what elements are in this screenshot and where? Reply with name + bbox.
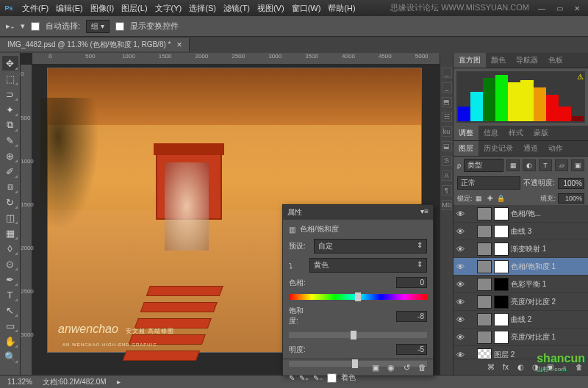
layer-thumb[interactable] bbox=[494, 313, 509, 326]
clip-icon[interactable]: ▣ bbox=[369, 362, 382, 373]
channel-dropdown[interactable]: 黄色⇕ bbox=[309, 258, 427, 273]
layer-thumb[interactable] bbox=[477, 313, 492, 326]
filter-adj-icon[interactable]: ◐ bbox=[523, 159, 536, 171]
layer-row[interactable]: 👁渐变映射 1 bbox=[453, 240, 588, 258]
menu-text[interactable]: 文字(Y) bbox=[152, 1, 185, 15]
link-layers-icon[interactable]: ⌘ bbox=[485, 362, 497, 373]
tab-swatches[interactable]: 色板 bbox=[543, 53, 568, 68]
adjustment-icon[interactable]: ◑ bbox=[529, 362, 541, 373]
opacity-input[interactable]: 100% bbox=[558, 178, 584, 189]
eye-icon[interactable]: 👁 bbox=[455, 262, 465, 271]
layer-thumb[interactable] bbox=[494, 331, 509, 344]
menu-file[interactable]: 文件(F) bbox=[19, 1, 51, 15]
gradient-tool[interactable]: ▦ bbox=[2, 226, 18, 240]
tab-channels[interactable]: 通道 bbox=[518, 141, 543, 156]
tab-history[interactable]: 历史记录 bbox=[478, 141, 518, 156]
sat-value[interactable]: -8 bbox=[396, 311, 427, 322]
lasso-tool[interactable]: ⊃ bbox=[2, 87, 18, 101]
path-tool[interactable]: ↖ bbox=[2, 303, 18, 317]
crop-tool[interactable]: ⧉ bbox=[2, 118, 18, 132]
layer-thumb[interactable] bbox=[477, 295, 492, 309]
wand-tool[interactable]: ✦ bbox=[2, 102, 18, 117]
lock-pixels-icon[interactable]: ▦ bbox=[475, 194, 484, 203]
layer-list[interactable]: 👁色相/饱...👁曲线 3👁渐变映射 1👁色相/饱和度 1👁色彩平衡 1👁亮度/… bbox=[453, 205, 588, 359]
layer-thumb[interactable] bbox=[494, 207, 509, 220]
lock-all-icon[interactable]: 🔒 bbox=[497, 194, 506, 203]
mid-icon-6[interactable]: ℬ bbox=[442, 156, 452, 166]
ruler-horizontal[interactable]: 0 500 1000 1500 2000 2500 3000 3500 4000… bbox=[32, 53, 440, 65]
mid-icon-1[interactable]: ⎯ bbox=[442, 82, 452, 93]
layer-thumb[interactable] bbox=[494, 295, 509, 309]
layer-name[interactable]: 曲线 3 bbox=[511, 226, 531, 237]
layer-name[interactable]: 亮度/对比度 2 bbox=[511, 297, 556, 307]
layer-thumb[interactable] bbox=[494, 242, 509, 256]
tab-histogram[interactable]: 直方图 bbox=[453, 53, 486, 68]
layer-thumb[interactable] bbox=[477, 278, 492, 291]
filter-smart-icon[interactable]: ▣ bbox=[571, 159, 584, 171]
layer-thumb[interactable] bbox=[477, 260, 492, 273]
trash-icon[interactable]: 🗑 bbox=[573, 362, 585, 373]
mid-icon-0[interactable]: ⎯ bbox=[442, 68, 452, 78]
tab-color[interactable]: 颜色 bbox=[486, 53, 511, 68]
eraser-tool[interactable]: ◫ bbox=[2, 210, 18, 225]
status-arrow-icon[interactable]: ▸ bbox=[117, 378, 121, 386]
mid-icon-2[interactable]: ⬒ bbox=[442, 97, 452, 107]
maximize-button[interactable]: ▭ bbox=[551, 2, 567, 14]
eye-icon[interactable]: 👁 bbox=[455, 298, 465, 306]
layer-row[interactable]: 👁图层 2 bbox=[453, 346, 588, 359]
menu-edit[interactable]: 编辑(E) bbox=[53, 1, 86, 15]
eye-icon[interactable]: 👁 bbox=[455, 351, 465, 359]
eye-icon[interactable]: 👁 bbox=[455, 333, 465, 342]
group-icon[interactable]: ▣ bbox=[544, 362, 556, 373]
shape-tool[interactable]: ▭ bbox=[2, 318, 18, 333]
layer-thumb[interactable] bbox=[477, 225, 492, 238]
menu-help[interactable]: 帮助(H) bbox=[325, 1, 358, 15]
layer-row[interactable]: 👁色彩平衡 1 bbox=[453, 276, 588, 293]
tab-info[interactable]: 信息 bbox=[478, 126, 503, 140]
mid-icon-mb[interactable]: Mb bbox=[442, 200, 452, 210]
mid-icon-ku[interactable]: ku bbox=[442, 126, 452, 137]
menu-layer[interactable]: 图层(L) bbox=[118, 1, 150, 15]
eyedropper-tool[interactable]: ✎ bbox=[2, 133, 18, 148]
blend-mode-dropdown[interactable]: 正常 bbox=[457, 176, 520, 190]
finger-icon[interactable]: ⤵ bbox=[289, 262, 305, 270]
layer-row[interactable]: 👁色相/饱和度 1 bbox=[453, 258, 588, 276]
tab-close-icon[interactable]: × bbox=[176, 40, 182, 50]
zoom-tool[interactable]: 🔍 bbox=[2, 349, 18, 364]
properties-menu-icon[interactable]: ▾≡ bbox=[420, 207, 429, 218]
layer-thumb[interactable] bbox=[477, 348, 492, 359]
menu-image[interactable]: 图像(I) bbox=[87, 1, 117, 15]
eye-icon[interactable]: 👁 bbox=[455, 315, 465, 324]
zoom-level[interactable]: 11.32% bbox=[7, 378, 32, 386]
layer-name[interactable]: 亮度/对比度 1 bbox=[511, 332, 556, 342]
close-button[interactable]: ✕ bbox=[569, 2, 585, 14]
properties-panel[interactable]: 属性 ▾≡ ▥ 色相/饱和度 预设:自定⇕ ⤵黄色⇕ 色相:0 饱和度:-8 明… bbox=[282, 204, 434, 376]
menu-filter[interactable]: 滤镜(T) bbox=[220, 1, 253, 15]
tab-layers[interactable]: 图层 bbox=[453, 141, 478, 156]
auto-select-checkbox[interactable] bbox=[31, 22, 40, 31]
filter-type-icon[interactable]: T bbox=[539, 159, 552, 171]
props-trash-icon[interactable]: 🗑 bbox=[415, 362, 429, 373]
mask-icon[interactable]: ◐ bbox=[514, 362, 526, 373]
tab-actions[interactable]: 动作 bbox=[543, 141, 568, 156]
layer-name[interactable]: 图层 2 bbox=[494, 350, 514, 359]
tab-adjustments[interactable]: 调整 bbox=[453, 126, 478, 140]
pen-tool[interactable]: ✒ bbox=[2, 272, 18, 287]
type-tool[interactable]: T bbox=[2, 287, 18, 302]
kind-dropdown[interactable]: 类型 bbox=[464, 159, 503, 172]
histogram-warning-icon[interactable]: ⚠ bbox=[577, 73, 584, 81]
move-tool[interactable]: ✥ bbox=[2, 56, 18, 71]
auto-select-dropdown[interactable]: 组 ▾ bbox=[86, 20, 110, 33]
prev-icon[interactable]: ◉ bbox=[384, 362, 398, 373]
layer-row[interactable]: 👁曲线 3 bbox=[453, 223, 588, 240]
tab-navigator[interactable]: 导航器 bbox=[511, 53, 543, 68]
fill-input[interactable]: 100% bbox=[558, 193, 584, 204]
hand-tool[interactable]: ✋ bbox=[2, 334, 18, 348]
tab-styles[interactable]: 样式 bbox=[503, 126, 528, 140]
sat-slider[interactable] bbox=[289, 331, 427, 340]
stamp-tool[interactable]: ⧈ bbox=[2, 179, 18, 194]
ruler-vertical[interactable]: 0 500 1000 1500 2000 2500 3000 bbox=[21, 65, 32, 375]
tab-masks[interactable]: 蒙版 bbox=[528, 126, 553, 140]
eye-icon[interactable]: 👁 bbox=[455, 209, 465, 218]
marquee-tool[interactable]: ⬚ bbox=[2, 71, 18, 86]
